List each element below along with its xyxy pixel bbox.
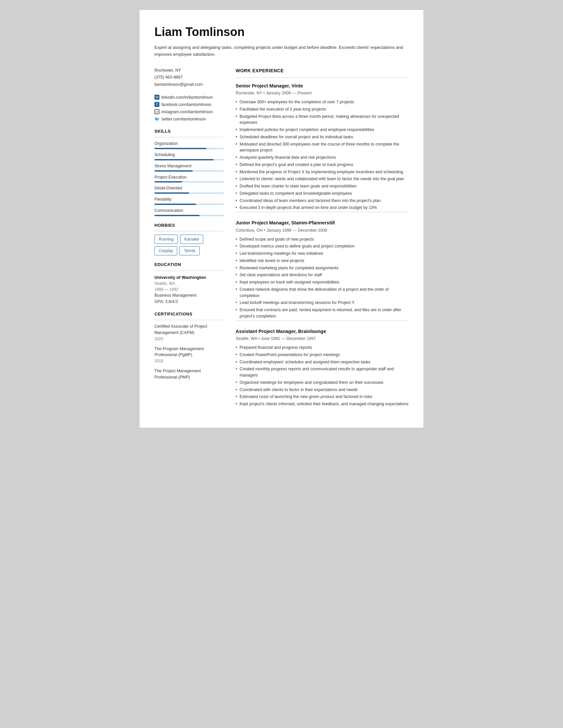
- skill-bar-fill: [154, 148, 207, 149]
- job-entry: Assistant Project Manager, Brainlounge S…: [236, 328, 409, 407]
- job-bullets: Prepared financial and progress reportsC…: [236, 345, 409, 407]
- work-experience-divider: [236, 78, 409, 78]
- job-bullet: Defined the project's goal and created a…: [236, 162, 409, 168]
- hobbies-divider: [154, 231, 224, 231]
- job-bullet: Organized meetings for employees and con…: [236, 380, 409, 386]
- cert-year: 2019: [154, 358, 224, 364]
- instagram-item: ◎ instagram.com/liamtomlinson: [154, 109, 224, 115]
- skill-bar-fill: [154, 159, 214, 160]
- edu-school: University of Washington: [154, 274, 224, 281]
- cert-year: 2020: [154, 336, 224, 342]
- job-title: Assistant Project Manager, Brainlounge: [236, 328, 409, 335]
- certification-entry: Certified Associate of Project Managemen…: [154, 323, 224, 342]
- skill-bar-fill: [154, 204, 196, 205]
- hobby-tag: Cosplay: [154, 246, 177, 255]
- cert-name: Certified Associate of Project Managemen…: [154, 323, 224, 336]
- certifications-divider: [154, 320, 224, 320]
- job-divider: [236, 320, 409, 321]
- job-bullet: Coordinated with clients to factor in th…: [236, 387, 409, 393]
- contact-block: Rochester, NY (375) 463-9867 liamtomlins…: [154, 67, 224, 88]
- candidate-name: Liam Tomlinson: [154, 23, 409, 41]
- job-bullet: Motivated and directed 300 employees ove…: [236, 141, 409, 154]
- skill-bar-background: [154, 170, 224, 172]
- job-title: Junior Project Manager, Stamm-Pfannersti…: [236, 219, 409, 227]
- skill-name: Flexibility: [154, 196, 224, 203]
- contact-phone: (375) 463-9867: [154, 74, 224, 81]
- skill-bar-background: [154, 148, 224, 149]
- cert-name: The Project Management Professional (PMP…: [154, 368, 224, 381]
- education-divider: [154, 271, 224, 271]
- skill-bar-fill: [154, 215, 200, 216]
- job-bullet: Implemented policies for project complet…: [236, 127, 409, 133]
- skill-name: Communication: [154, 208, 224, 214]
- hobby-tag: Tennis: [180, 246, 200, 255]
- job-bullet: Oversaw 300+ employees for the completio…: [236, 99, 409, 105]
- edu-year: 1988 — 1992: [154, 286, 224, 292]
- skill-name: Stress Management: [154, 163, 224, 169]
- job-entry: Senior Project Manager, Vinte Rochester,…: [236, 83, 409, 213]
- edu-field: Business Management: [154, 292, 224, 299]
- contact-email: liamtomlinson@gmail.com: [154, 82, 224, 88]
- skill-name: Project Execution: [154, 174, 224, 181]
- hobbies-section-title: HOBBIES: [154, 222, 224, 229]
- job-bullet: Kept employees on track with assigned re…: [236, 279, 409, 285]
- job-bullet: Budgeted Project Beta across a three mon…: [236, 114, 409, 126]
- skill-item: Scheduling: [154, 152, 224, 160]
- job-bullet: Developed metrics used to define goals a…: [236, 243, 409, 249]
- skills-divider: [154, 137, 224, 137]
- certification-entry: The Program Management Professional (PgM…: [154, 346, 224, 364]
- work-experience-title: WORK EXPERIENCE: [236, 67, 409, 74]
- social-links: in linkedin.com/in/liamtomlinson f faceb…: [154, 94, 224, 122]
- job-bullet: Created PowerPoint presentations for pro…: [236, 352, 409, 358]
- hobbies-grid: RunningKaroakeCosplayTennis: [154, 235, 224, 255]
- job-bullet: Created monthly progress reports and com…: [236, 366, 409, 379]
- job-bullet: Reviewed marketing plans for completed a…: [236, 265, 409, 271]
- skill-bar-background: [154, 204, 224, 205]
- education-entry: University of Washington Seattle, WA 198…: [154, 274, 224, 305]
- job-bullets: Defined scope and goals of new projectsD…: [236, 236, 409, 319]
- job-bullet: Identified risk levels in new projects: [236, 258, 409, 264]
- skill-name: Scheduling: [154, 152, 224, 158]
- education-list: University of Washington Seattle, WA 198…: [154, 274, 224, 305]
- job-bullet: Analyzed quarterly financial data and ri…: [236, 154, 409, 161]
- linkedin-url: linkedin.com/in/liamtomlinson: [161, 94, 213, 100]
- job-bullet: Led brainstorming meetings for new initi…: [236, 250, 409, 257]
- skill-bar-background: [154, 159, 224, 160]
- job-bullet: Scheduled deadlines for overall project …: [236, 134, 409, 140]
- job-bullet: Created network diagrams that show the d…: [236, 286, 409, 299]
- job-bullet: Kept project's clients informed, solicit…: [236, 401, 409, 407]
- facebook-item: f facebook.com/liamtomlinson: [154, 102, 224, 108]
- job-bullet: Coordinated employees' schedules and ass…: [236, 359, 409, 365]
- skill-bar-fill: [154, 170, 193, 172]
- job-bullets: Oversaw 300+ employees for the completio…: [236, 99, 409, 211]
- job-divider: [236, 212, 409, 212]
- job-bullet: Executed 3 in-depth projects that arrive…: [236, 205, 409, 211]
- edu-location: Seattle, WA: [154, 281, 224, 286]
- hobby-tag: Karoake: [180, 235, 204, 244]
- job-bullet: Prepared financial and progress reports: [236, 345, 409, 351]
- facebook-icon: f: [154, 102, 159, 107]
- left-column: Rochester, NY (375) 463-9867 liamtomlins…: [154, 67, 224, 414]
- skill-bar-fill: [154, 192, 189, 194]
- job-bullet: Coordinated ideas of team members and fa…: [236, 198, 409, 204]
- skill-bar-background: [154, 192, 224, 194]
- skill-item: Project Execution: [154, 174, 224, 183]
- skill-bar-background: [154, 215, 224, 216]
- job-bullet: Set clear expectations and directions fo…: [236, 272, 409, 278]
- twitter-item: 🐦 twitter.com/liamtomlinson: [154, 116, 224, 122]
- skill-name: Detail-Oriented: [154, 185, 224, 191]
- main-layout: Rochester, NY (375) 463-9867 liamtomlins…: [154, 67, 409, 414]
- skill-bar-background: [154, 181, 224, 182]
- job-bullet: Facilitated the execution of 3 year-long…: [236, 106, 409, 113]
- skill-item: Flexibility: [154, 196, 224, 205]
- facebook-url: facebook.com/liamtomlinson: [161, 102, 211, 108]
- job-bullet: Defined scope and goals of new projects: [236, 236, 409, 243]
- edu-gpa: GPA: 3.8/4.0: [154, 299, 224, 305]
- job-meta: Seattle, WA • June 1992 — December 1997: [236, 336, 409, 342]
- linkedin-icon: in: [154, 95, 159, 100]
- job-bullet: Ensured that contracts are paid, rented …: [236, 307, 409, 319]
- certification-entry: The Project Management Professional (PMP…: [154, 368, 224, 381]
- job-bullet: Listened to clients' needs and collabora…: [236, 176, 409, 182]
- job-bullet: Drafted the team charter to state team g…: [236, 183, 409, 189]
- skill-item: Detail-Oriented: [154, 185, 224, 194]
